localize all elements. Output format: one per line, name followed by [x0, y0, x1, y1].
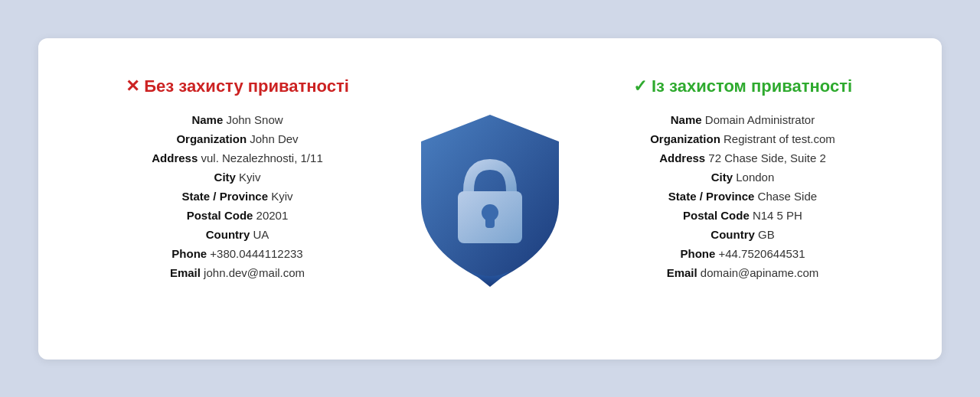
list-item: Name Domain Administrator [671, 113, 815, 126]
list-item: Address vul. Nezalezhnosti, 1/11 [152, 151, 322, 164]
list-item: State / Province Chase Side [668, 190, 817, 203]
list-item: Country UA [206, 228, 270, 241]
list-item: State / Province Kyiv [181, 190, 292, 203]
list-item: Organization Registrant of test.com [650, 132, 835, 145]
right-section: ✓Із захистом приватності Name Domain Adm… [590, 69, 896, 329]
right-title: ✓Із захистом приватності [633, 76, 852, 96]
right-title-text: Із захистом приватності [652, 76, 852, 96]
good-icon: ✓ [633, 76, 647, 96]
list-item: Name John Snow [191, 113, 283, 126]
left-title-text: Без захисту приватності [144, 76, 349, 96]
right-info-table: Name Domain AdministratorOrganization Re… [590, 113, 896, 279]
list-item: Postal Code N14 5 PH [683, 209, 802, 222]
shield-wrap [413, 111, 567, 287]
shield-icon [413, 111, 567, 287]
list-item: City Kyiv [214, 171, 261, 184]
center-section [390, 69, 590, 329]
main-card: ✕Без захисту приватності Name John SnowO… [38, 38, 942, 360]
list-item: Phone +380.0444112233 [172, 247, 302, 260]
list-item: City London [711, 171, 775, 184]
bad-icon: ✕ [126, 76, 139, 96]
left-title: ✕Без захисту приватності [126, 76, 349, 96]
list-item: Email john.dev@mail.com [170, 266, 305, 279]
list-item: Postal Code 20201 [187, 209, 289, 222]
svg-rect-2 [485, 213, 495, 228]
list-item: Phone +44.7520644531 [680, 247, 805, 260]
list-item: Organization John Dev [176, 132, 298, 145]
list-item: Address 72 Chase Side, Suite 2 [659, 151, 826, 164]
list-item: Country GB [710, 228, 774, 241]
left-info-table: Name John SnowOrganization John DevAddre… [84, 113, 390, 279]
left-section: ✕Без захисту приватності Name John SnowO… [84, 69, 390, 329]
list-item: Email domain@apiname.com [667, 266, 819, 279]
